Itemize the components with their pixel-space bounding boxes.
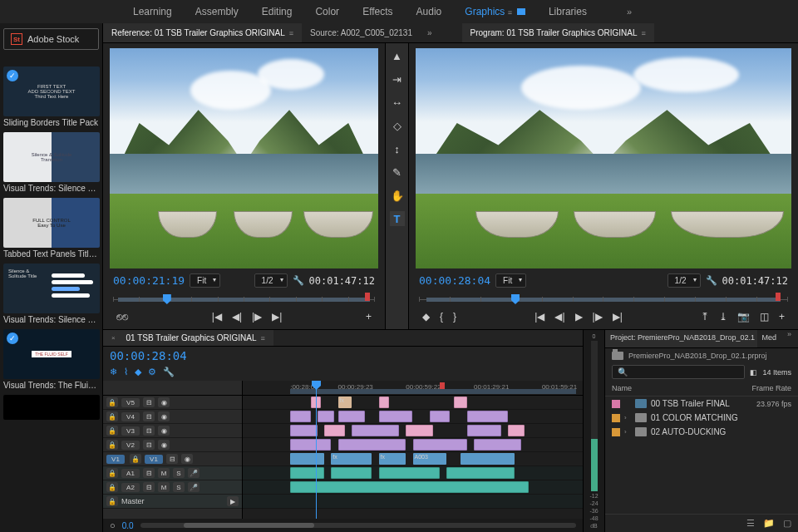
goto-in-button[interactable]: |◀ bbox=[212, 311, 222, 323]
mute-button[interactable]: M bbox=[158, 468, 170, 478]
template-item[interactable]: Silence & Solitude Title Visual Trends: … bbox=[3, 264, 99, 324]
step-forward-button[interactable]: |▶ bbox=[593, 311, 603, 323]
track-lane-a2[interactable] bbox=[243, 480, 583, 495]
reference-resolution-dropdown[interactable]: 1/2 bbox=[254, 273, 288, 288]
new-bin-icon[interactable]: 📁 bbox=[763, 518, 775, 529]
list-view-icon[interactable]: ☰ bbox=[746, 518, 755, 529]
track-header-a1[interactable]: 🔒A1⊟MS🎤 bbox=[103, 466, 242, 480]
zoom-slider[interactable] bbox=[140, 523, 576, 528]
template-item[interactable]: Silence & Solitude Transition Visual Tre… bbox=[3, 132, 99, 193]
marker-toggle[interactable]: ◆ bbox=[135, 367, 141, 377]
track-header-v1[interactable]: V1🔒V1⊟◉ bbox=[103, 452, 242, 466]
step-back-button[interactable]: ◀| bbox=[554, 311, 564, 323]
timeline-tracks-area[interactable]: :00:28:04 00:00:29:23 00:00:59:22 00:01:… bbox=[243, 381, 583, 519]
program-scrub-bar[interactable] bbox=[419, 293, 788, 308]
step-back-button[interactable]: ◀| bbox=[232, 311, 242, 323]
mark-in-button[interactable]: { bbox=[440, 311, 443, 323]
track-header-v4[interactable]: 🔒V4⊟◉ bbox=[103, 410, 242, 424]
add-marker-button[interactable]: ◆ bbox=[422, 311, 430, 323]
reference-fit-dropdown[interactable]: Fit bbox=[190, 273, 220, 288]
track-lane-v5[interactable]: fx bbox=[243, 396, 583, 410]
template-item[interactable]: ✓THE FLUID SELF Visual Trends: The Fluid… bbox=[3, 329, 99, 390]
snap-toggle[interactable]: ❄ bbox=[110, 367, 117, 377]
sequence-tab[interactable]: × 01 TSB Trailer Graphics ORIGINAL≡ bbox=[103, 330, 273, 346]
label-swatch[interactable] bbox=[612, 414, 620, 422]
expand-icon[interactable]: › bbox=[624, 414, 631, 421]
ripple-tool[interactable]: ↔ bbox=[390, 95, 405, 110]
workspace-tab-color[interactable]: Color bbox=[315, 6, 339, 17]
goto-out-button[interactable]: ▶| bbox=[613, 311, 623, 323]
track-header-master[interactable]: 🔒Master▶ bbox=[103, 495, 242, 509]
comparison-button[interactable]: ◫ bbox=[760, 311, 769, 323]
sync-lock-icon[interactable]: ⊟ bbox=[143, 397, 155, 407]
tab-overflow-icon[interactable]: » bbox=[781, 330, 798, 347]
lock-icon[interactable]: 🔒 bbox=[106, 397, 118, 407]
project-item[interactable]: › 02 AUTO-DUCKING bbox=[605, 425, 798, 439]
expand-icon[interactable]: › bbox=[624, 428, 631, 436]
timeline-ruler[interactable]: :00:28:04 00:00:29:23 00:00:59:22 00:01:… bbox=[243, 381, 583, 396]
track-header-v5[interactable]: 🔒V5⊟◉ bbox=[103, 396, 242, 410]
program-viewport[interactable] bbox=[416, 48, 791, 268]
template-item[interactable] bbox=[3, 395, 99, 420]
timeline-zoom-bar[interactable]: ○ 0.0 bbox=[103, 519, 583, 532]
goto-out-button[interactable]: ▶| bbox=[272, 311, 282, 323]
project-item[interactable]: › 01 COLOR MATCHING bbox=[605, 411, 798, 425]
project-tab[interactable]: Project: PremierePro_NAB2018_Drop_02.1 ≡ bbox=[605, 330, 757, 347]
export-frame-button[interactable]: 📷 bbox=[737, 311, 750, 323]
zoom-value[interactable]: 0.0 bbox=[122, 521, 134, 530]
track-lane-a1[interactable] bbox=[243, 466, 583, 480]
program-monitor-tab[interactable]: Program: 01 TSB Trailer Graphics ORIGINA… bbox=[462, 23, 654, 42]
program-timecode-in[interactable]: 00:00:28:04 bbox=[419, 274, 490, 287]
workspace-tab-graphics[interactable]: Graphics ≡ bbox=[465, 6, 525, 17]
track-lane-v1[interactable]: fxfxA003 bbox=[243, 452, 583, 466]
track-select-tool[interactable]: ⇥ bbox=[390, 71, 405, 86]
reference-monitor-tab[interactable]: Reference: 01 TSB Trailer Graphics ORIGI… bbox=[103, 23, 302, 42]
project-item[interactable]: 00 TSB Trailer FINAL 23.976 fps bbox=[605, 397, 798, 411]
new-item-icon[interactable]: ▢ bbox=[783, 518, 791, 529]
track-header-v2[interactable]: 🔒V2⊟◉ bbox=[103, 438, 242, 452]
workspace-tab-learning[interactable]: Learning bbox=[133, 6, 172, 17]
workspace-tab-effects[interactable]: Effects bbox=[362, 6, 392, 17]
source-monitor-tab[interactable]: Source: A002_C005_02131 bbox=[302, 23, 421, 42]
track-header-a2[interactable]: 🔒A2⊟MS🎤 bbox=[103, 480, 242, 495]
track-lane-v4[interactable] bbox=[243, 410, 583, 424]
settings-toggle[interactable]: ⚙ bbox=[148, 367, 156, 377]
column-framerate[interactable]: Frame Rate bbox=[751, 384, 791, 392]
rolling-tool[interactable]: ◇ bbox=[390, 118, 405, 133]
settings-icon[interactable]: 🔧 bbox=[706, 275, 717, 286]
reference-scrub-bar[interactable] bbox=[113, 293, 375, 308]
workspace-tab-editing[interactable]: Editing bbox=[262, 6, 293, 17]
voice-icon[interactable]: 🎤 bbox=[188, 468, 200, 478]
selection-tool[interactable]: ▲ bbox=[390, 48, 405, 63]
menu-icon[interactable]: ≡ bbox=[289, 29, 293, 37]
workspace-tab-audio[interactable]: Audio bbox=[416, 6, 442, 17]
solo-button[interactable]: S bbox=[173, 468, 185, 478]
hand-tool[interactable]: ✋ bbox=[390, 188, 405, 203]
eye-icon[interactable]: ◉ bbox=[158, 397, 170, 407]
template-item[interactable]: ✓FIRST TEXT ADD SECOND TEXT Third Text H… bbox=[3, 66, 99, 127]
step-forward-button[interactable]: |▶ bbox=[252, 311, 262, 323]
workspace-overflow-icon[interactable]: » bbox=[627, 7, 632, 17]
add-button[interactable]: + bbox=[779, 311, 785, 323]
tab-overflow-icon[interactable]: » bbox=[421, 28, 439, 37]
type-tool[interactable]: T bbox=[390, 211, 405, 226]
linked-selection-toggle[interactable]: ⌇ bbox=[124, 367, 128, 377]
play-button[interactable]: ▶ bbox=[575, 311, 583, 323]
wrench-icon[interactable]: 🔧 bbox=[163, 367, 175, 377]
collapse-icon[interactable]: ○ bbox=[110, 520, 116, 530]
media-tab[interactable]: Med bbox=[757, 330, 781, 347]
workspace-tab-assembly[interactable]: Assembly bbox=[195, 6, 239, 17]
menu-icon[interactable]: ≡ bbox=[261, 334, 265, 342]
gang-button[interactable]: ⎋⎋ bbox=[116, 311, 128, 323]
menu-icon[interactable]: ≡ bbox=[642, 29, 646, 37]
column-name[interactable]: Name bbox=[612, 384, 751, 392]
mark-out-button[interactable]: } bbox=[453, 311, 456, 323]
template-item[interactable]: FULL CONTROL Easy To Use Tabbed Text Pan… bbox=[3, 198, 99, 259]
track-lane-v3[interactable] bbox=[243, 424, 583, 438]
adobe-stock-button[interactable]: St Adobe Stock bbox=[3, 28, 99, 50]
rate-stretch-tool[interactable]: ↕ bbox=[390, 141, 405, 156]
track-lane-master[interactable] bbox=[243, 495, 583, 509]
track-header-v3[interactable]: 🔒V3⊟◉ bbox=[103, 424, 242, 438]
project-breadcrumb[interactable]: PremierePro_NAB2018_Drop_02.1.prproj bbox=[605, 348, 798, 363]
project-search-input[interactable]: 🔍 bbox=[612, 365, 745, 379]
